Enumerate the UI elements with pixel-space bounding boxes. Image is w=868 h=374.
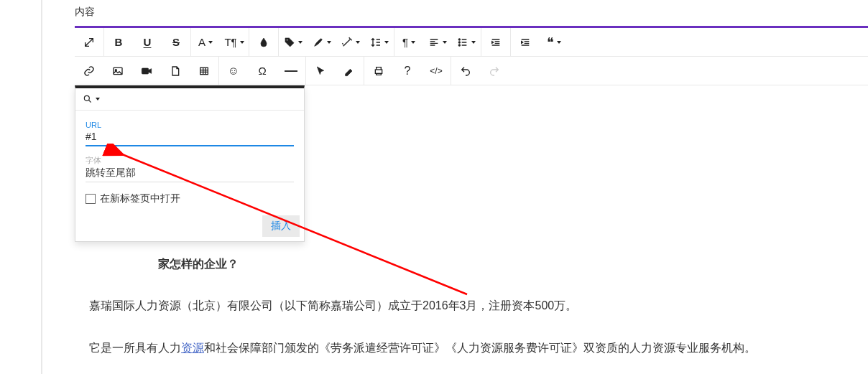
quote-button[interactable]: ❝: [540, 28, 568, 57]
checkbox-icon[interactable]: [86, 194, 96, 204]
content-paragraph-1: 嘉瑞国际人力资源（北京）有限公司（以下简称嘉瑞公司）成立于2016年3月，注册资…: [89, 295, 858, 317]
svg-rect-7: [375, 70, 382, 73]
table-button[interactable]: [190, 57, 218, 85]
bold-button[interactable]: B: [104, 28, 133, 57]
hr-button[interactable]: —: [277, 57, 305, 85]
svg-point-3: [458, 45, 460, 46]
image-button[interactable]: [103, 57, 132, 85]
url-label: URL: [86, 121, 294, 129]
left-border: [41, 0, 42, 374]
file-button[interactable]: [161, 57, 190, 85]
strike-button[interactable]: S: [162, 28, 190, 57]
code-view-button[interactable]: </>: [422, 57, 451, 85]
help-button[interactable]: ?: [393, 57, 422, 85]
redo-button[interactable]: [480, 57, 509, 85]
select-button[interactable]: [306, 57, 335, 85]
undo-button[interactable]: [451, 57, 480, 85]
link-button[interactable]: [75, 57, 103, 85]
link-popup: URL 字体 在新标签页中打开 插入: [75, 85, 305, 242]
toolbar-row-2: ☺ Ω — ? </>: [75, 57, 868, 85]
font-color-button[interactable]: A: [191, 28, 220, 57]
svg-point-0: [287, 39, 288, 40]
editor-body[interactable]: URL 字体 在新标签页中打开 插入 嘉瑞国际是一家怎样的企业？ 嘉瑞国际人力资…: [75, 85, 868, 374]
section-label: 内容: [75, 0, 868, 26]
content-paragraph-2: 它是一所具有人力资源和社会保障部门颁发的《劳务派遣经营许可证》《人力资源服务费许…: [89, 337, 858, 359]
outdent-button[interactable]: [481, 28, 510, 57]
open-new-tab-label: 在新标签页中打开: [100, 192, 180, 205]
align-button[interactable]: [423, 28, 452, 57]
line-height-button[interactable]: [365, 28, 394, 57]
print-button[interactable]: [364, 57, 393, 85]
clear-format-button[interactable]: [335, 57, 364, 85]
popup-header: [75, 88, 304, 111]
toolbar-row-1: B U S A T¶ ¶: [75, 28, 868, 57]
fullscreen-button[interactable]: [75, 28, 103, 57]
underline-button[interactable]: U: [133, 28, 162, 57]
video-button[interactable]: [132, 57, 161, 85]
list-button[interactable]: [452, 28, 481, 57]
content-heading: 嘉瑞国际是一家怎样的企业？: [89, 253, 858, 275]
svg-point-2: [458, 42, 460, 43]
resource-link[interactable]: 资源: [181, 342, 204, 354]
text-label: 字体: [86, 155, 294, 166]
wand-button[interactable]: [336, 28, 365, 57]
background-color-button[interactable]: [249, 28, 278, 57]
search-icon[interactable]: [83, 94, 100, 104]
indent-button[interactable]: [511, 28, 540, 57]
paragraph-format-button[interactable]: T¶: [220, 28, 249, 57]
insert-button[interactable]: 插入: [262, 215, 300, 237]
svg-point-1: [458, 39, 460, 40]
editor-container: 内容 B U S A T¶ ¶: [75, 0, 868, 374]
special-char-button[interactable]: Ω: [248, 57, 277, 85]
content-area[interactable]: 嘉瑞国际是一家怎样的企业？ 嘉瑞国际人力资源（北京）有限公司（以下简称嘉瑞公司）…: [85, 253, 858, 359]
svg-rect-6: [200, 67, 208, 74]
text-input[interactable]: [86, 166, 294, 182]
url-input[interactable]: [86, 129, 294, 146]
emoji-button[interactable]: ☺: [219, 57, 248, 85]
open-new-tab-row[interactable]: 在新标签页中打开: [86, 192, 294, 205]
brush-button[interactable]: [308, 28, 336, 57]
tag-button[interactable]: [279, 28, 308, 57]
paragraph-direction-button[interactable]: ¶: [394, 28, 423, 57]
svg-point-8: [84, 95, 89, 100]
